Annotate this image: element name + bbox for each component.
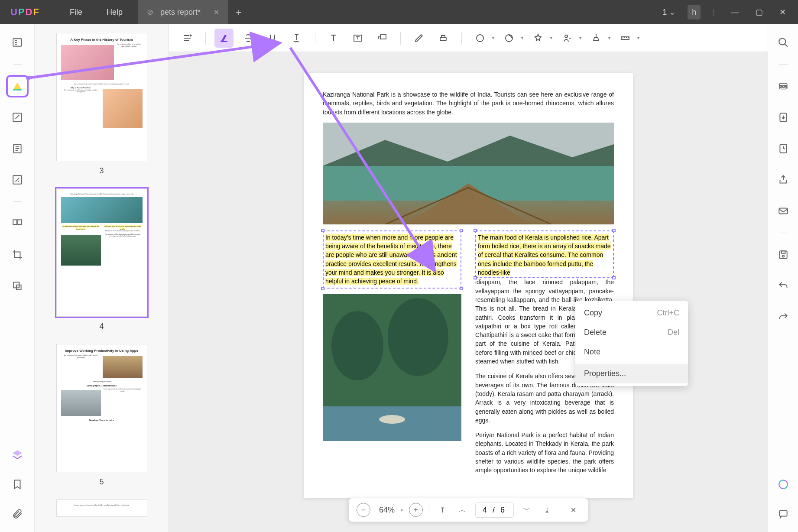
chevron-down-icon[interactable]: ▾ [550,36,552,40]
chevron-down-icon[interactable]: ▾ [521,36,523,40]
chevron-down-icon[interactable]: ▾ [579,36,581,40]
context-properties[interactable]: Properties... [575,364,688,383]
svg-rect-6 [18,220,22,224]
selection-handle[interactable] [321,287,324,290]
tab-close-icon[interactable]: ✕ [214,8,219,16]
zoom-out-button[interactable]: − [357,503,370,517]
selection-handle[interactable] [460,229,463,232]
page-image-tropical [323,294,461,441]
tab-doc-icon: ⊘ [147,7,153,17]
ai-button[interactable] [774,475,793,494]
squiggly-button[interactable] [287,29,306,48]
minimize-button[interactable]: — [727,5,743,19]
comment-tool-button[interactable] [8,77,27,96]
page-tool-button[interactable] [8,139,27,158]
context-note[interactable]: Note [575,342,688,362]
convert-button[interactable] [774,108,793,127]
highlighted-selection-left[interactable]: In today's time when more and more peopl… [323,230,461,289]
prev-page-button[interactable]: ︿ [455,503,469,517]
comment-list-button[interactable] [178,29,197,48]
close-bar-button[interactable]: ✕ [566,503,580,517]
selection-handle[interactable] [474,276,477,279]
form-tool-button[interactable] [8,170,27,189]
email-button[interactable] [774,201,793,221]
pencil-button[interactable] [409,29,428,48]
zoom-in-button[interactable]: + [409,503,423,517]
svg-point-25 [388,298,448,376]
redo-button[interactable] [774,308,793,327]
maximize-button[interactable]: ▢ [751,5,767,19]
selection-handle[interactable] [612,276,616,279]
highlighted-selection-right[interactable]: The main food of Kerala is unpolished ri… [475,230,614,278]
strikethrough-button[interactable] [239,29,258,48]
columns: In today's time when more and more peopl… [323,230,614,481]
chevron-down-icon[interactable]: ▾ [492,36,494,40]
menu-help[interactable]: Help [94,8,135,17]
new-tab-button[interactable]: ＋ [228,6,250,19]
thumbnail-4[interactable]: Kaziranga National Park showcase wildlif… [48,188,156,331]
ocr-button[interactable]: OCR [774,77,793,96]
reader-mode-button[interactable] [8,33,27,52]
watermark-button[interactable] [8,276,27,295]
signature-button[interactable] [558,29,577,48]
svg-rect-12 [380,35,386,39]
selection-handle[interactable] [460,287,463,290]
svg-point-16 [565,35,568,38]
thumbnail-5[interactable]: Improve Working Productivity in Using Ap… [48,344,156,487]
eraser-button[interactable] [434,29,453,48]
search-button[interactable] [774,33,793,52]
save-button[interactable] [774,245,793,264]
paragraph: Kaziranga National Park is a showcase to… [323,90,614,117]
user-avatar[interactable]: h [688,5,701,19]
page-indicator[interactable]: 4 / 6 [475,503,514,518]
bookmark-button[interactable] [8,475,27,494]
share-button[interactable] [774,170,793,189]
zoom-dropdown[interactable]: ▾ [401,508,403,513]
thumbnail-3[interactable]: A Key Phase in the History of Tourism Lo… [48,33,156,175]
crop-button[interactable] [8,245,27,264]
svg-rect-1 [13,89,22,91]
shape-button[interactable] [470,29,490,48]
thumbnail-6[interactable]: Lorem ipsum text content placeholder sma… [48,500,156,517]
context-copy[interactable]: CopyCtrl+C [575,303,688,323]
selection-handle[interactable] [321,229,324,232]
undo-button[interactable] [774,276,793,295]
context-delete[interactable]: DeleteDel [575,323,688,342]
selection-handle[interactable] [474,229,477,232]
sidebar-right: OCR [768,24,798,532]
window-count[interactable]: 1 ⌄ [658,5,680,19]
underline-button[interactable] [263,29,282,48]
separator [779,233,788,233]
menu-file[interactable]: File [58,8,94,17]
layers-button[interactable] [8,445,27,464]
callout-button[interactable] [373,29,392,48]
separator [461,32,462,45]
stamp-button[interactable] [500,29,519,48]
measure-button[interactable] [616,29,635,48]
stamp-tool-button[interactable] [587,29,606,48]
svg-point-24 [331,311,383,380]
first-page-button[interactable]: ⤒ [435,503,449,517]
sticky-note-button[interactable] [529,29,548,48]
feedback-button[interactable] [774,504,793,523]
separator [205,32,206,45]
tabs: ⊘ pets report* ✕ ＋ [138,0,250,24]
last-page-button[interactable]: ⤓ [540,503,554,517]
compress-button[interactable] [774,139,793,158]
svg-point-14 [477,35,483,42]
organize-button[interactable] [8,214,27,233]
next-page-button[interactable]: ﹀ [520,503,534,517]
attachment-button[interactable] [8,504,27,523]
chevron-down-icon[interactable]: ▾ [637,36,639,40]
text-button[interactable] [324,29,343,48]
selection-handle[interactable] [612,229,616,232]
edit-tool-button[interactable] [8,108,27,127]
highlight-button[interactable] [214,29,234,48]
tab-document[interactable]: ⊘ pets report* ✕ [138,0,228,24]
close-window-button[interactable]: ✕ [775,5,790,19]
tab-title: pets report* [160,8,201,17]
titlebar: UPDF File Help ⊘ pets report* ✕ ＋ 1 ⌄ h … [0,0,798,24]
chevron-down-icon[interactable]: ▾ [608,36,610,40]
textbox-button[interactable] [348,29,367,48]
thumb-title: Improve Working Productivity in Using Ap… [61,349,143,353]
